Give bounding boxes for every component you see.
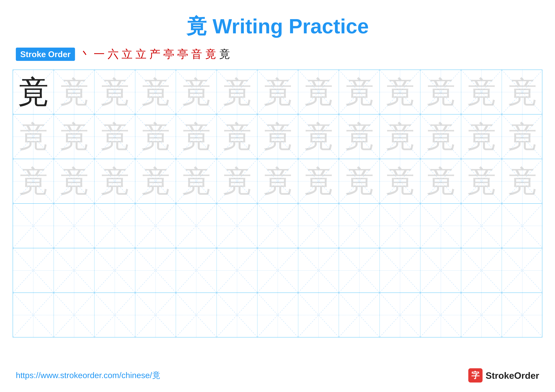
grid-cell[interactable] bbox=[502, 248, 543, 292]
svg-line-110 bbox=[135, 248, 176, 292]
practice-char-ghost: 竟 bbox=[466, 77, 497, 107]
svg-line-154 bbox=[502, 293, 543, 337]
grid-cell[interactable]: 竟 bbox=[380, 159, 421, 203]
grid-cell[interactable] bbox=[54, 204, 95, 248]
grid-cell[interactable]: 竟 bbox=[380, 114, 421, 159]
grid-cell[interactable]: 竟 bbox=[298, 114, 339, 159]
svg-line-151 bbox=[420, 293, 461, 337]
grid-cell[interactable]: 竟 bbox=[54, 114, 95, 159]
grid-cell[interactable]: 竟 bbox=[420, 114, 461, 159]
grid-cell[interactable] bbox=[54, 293, 95, 337]
grid-cell[interactable] bbox=[298, 248, 339, 292]
grid-cell[interactable]: 竟 bbox=[339, 70, 380, 114]
grid-cell[interactable] bbox=[217, 248, 258, 292]
practice-char-ghost: 竟 bbox=[263, 166, 293, 196]
grid-cell[interactable] bbox=[502, 293, 543, 337]
grid-cell[interactable] bbox=[13, 293, 54, 337]
svg-line-139 bbox=[176, 293, 217, 337]
grid-cell[interactable]: 竟 bbox=[502, 159, 543, 203]
svg-line-83 bbox=[95, 204, 135, 248]
grid-cell[interactable] bbox=[176, 293, 217, 337]
grid-cell[interactable]: 竟 bbox=[217, 159, 258, 203]
practice-char-ghost: 竟 bbox=[466, 121, 497, 152]
grid-cell[interactable] bbox=[13, 248, 54, 292]
grid-cell[interactable]: 竟 bbox=[95, 70, 135, 114]
grid-cell[interactable] bbox=[339, 248, 380, 292]
grid-cell[interactable]: 竟 bbox=[176, 70, 217, 114]
grid-cell[interactable] bbox=[95, 204, 135, 248]
grid-cell[interactable] bbox=[380, 293, 421, 337]
grid-cell[interactable]: 竟 bbox=[339, 159, 380, 203]
grid-cell[interactable] bbox=[380, 204, 421, 248]
grid-cell[interactable] bbox=[420, 293, 461, 337]
svg-line-79 bbox=[13, 204, 54, 248]
grid-cell[interactable]: 竟 bbox=[339, 114, 380, 159]
grid-cell[interactable] bbox=[95, 293, 135, 337]
grid-cell[interactable]: 竟 bbox=[135, 159, 176, 203]
grid-cell[interactable] bbox=[54, 248, 95, 292]
grid-cell[interactable] bbox=[217, 204, 258, 248]
svg-line-132 bbox=[54, 293, 95, 337]
grid-cell[interactable] bbox=[176, 248, 217, 292]
grid-cell[interactable]: 竟 bbox=[13, 159, 54, 203]
grid-cell[interactable] bbox=[95, 248, 135, 292]
svg-line-104 bbox=[13, 248, 54, 292]
grid-cell[interactable]: 竟 bbox=[95, 114, 135, 159]
grid-cell[interactable]: 竟 bbox=[461, 114, 502, 159]
grid-cell[interactable]: 竟 bbox=[461, 70, 502, 114]
svg-line-115 bbox=[217, 248, 257, 292]
svg-line-90 bbox=[257, 204, 298, 248]
grid-cell[interactable]: 竟 bbox=[13, 70, 54, 114]
grid-cell[interactable] bbox=[135, 248, 176, 292]
grid-cell[interactable] bbox=[257, 293, 298, 337]
grid-cell[interactable]: 竟 bbox=[95, 159, 135, 203]
grid-cell[interactable] bbox=[461, 248, 502, 292]
grid-cell[interactable]: 竟 bbox=[380, 70, 421, 114]
practice-char-ghost: 竟 bbox=[59, 121, 89, 152]
practice-char-ghost: 竟 bbox=[18, 121, 48, 152]
grid-cell[interactable]: 竟 bbox=[54, 159, 95, 203]
grid-cell[interactable]: 竟 bbox=[257, 70, 298, 114]
grid-cell[interactable] bbox=[257, 248, 298, 292]
svg-line-94 bbox=[339, 204, 380, 248]
svg-line-121 bbox=[339, 248, 380, 292]
svg-line-99 bbox=[420, 204, 461, 248]
grid-cell[interactable] bbox=[339, 293, 380, 337]
grid-cell[interactable]: 竟 bbox=[13, 114, 54, 159]
grid-cell[interactable] bbox=[135, 293, 176, 337]
grid-cell[interactable] bbox=[13, 204, 54, 248]
grid-cell[interactable] bbox=[298, 204, 339, 248]
grid-cell[interactable]: 竟 bbox=[298, 159, 339, 203]
grid-cell[interactable] bbox=[502, 204, 543, 248]
grid-cell[interactable] bbox=[420, 204, 461, 248]
grid-row bbox=[13, 204, 542, 248]
grid-cell[interactable]: 竟 bbox=[461, 159, 502, 203]
grid-cell[interactable]: 竟 bbox=[135, 70, 176, 114]
grid-row: 竟竟竟竟竟竟竟竟竟竟竟竟竟 bbox=[13, 70, 542, 114]
grid-cell[interactable]: 竟 bbox=[420, 70, 461, 114]
grid-cell[interactable] bbox=[420, 248, 461, 292]
grid-cell[interactable]: 竟 bbox=[54, 70, 95, 114]
practice-char-ghost: 竟 bbox=[426, 121, 456, 152]
grid-cell[interactable] bbox=[380, 248, 421, 292]
grid-cell[interactable]: 竟 bbox=[257, 159, 298, 203]
grid-cell[interactable]: 竟 bbox=[217, 114, 258, 159]
grid-cell[interactable]: 竟 bbox=[257, 114, 298, 159]
grid-cell[interactable] bbox=[217, 293, 258, 337]
grid-cell[interactable]: 竟 bbox=[217, 70, 258, 114]
grid-cell[interactable]: 竟 bbox=[502, 70, 543, 114]
grid-cell[interactable] bbox=[257, 204, 298, 248]
grid-cell[interactable] bbox=[339, 204, 380, 248]
grid-cell[interactable]: 竟 bbox=[176, 159, 217, 203]
grid-cell[interactable]: 竟 bbox=[135, 114, 176, 159]
grid-cell[interactable]: 竟 bbox=[298, 70, 339, 114]
grid-cell[interactable] bbox=[176, 204, 217, 248]
grid-cell[interactable]: 竟 bbox=[420, 159, 461, 203]
grid-cell[interactable] bbox=[461, 204, 502, 248]
grid-cell[interactable] bbox=[135, 204, 176, 248]
grid-cell[interactable] bbox=[461, 293, 502, 337]
grid-cell[interactable]: 竟 bbox=[502, 114, 543, 159]
grid-cell[interactable] bbox=[298, 293, 339, 337]
svg-line-153 bbox=[461, 293, 502, 337]
grid-cell[interactable]: 竟 bbox=[176, 114, 217, 159]
